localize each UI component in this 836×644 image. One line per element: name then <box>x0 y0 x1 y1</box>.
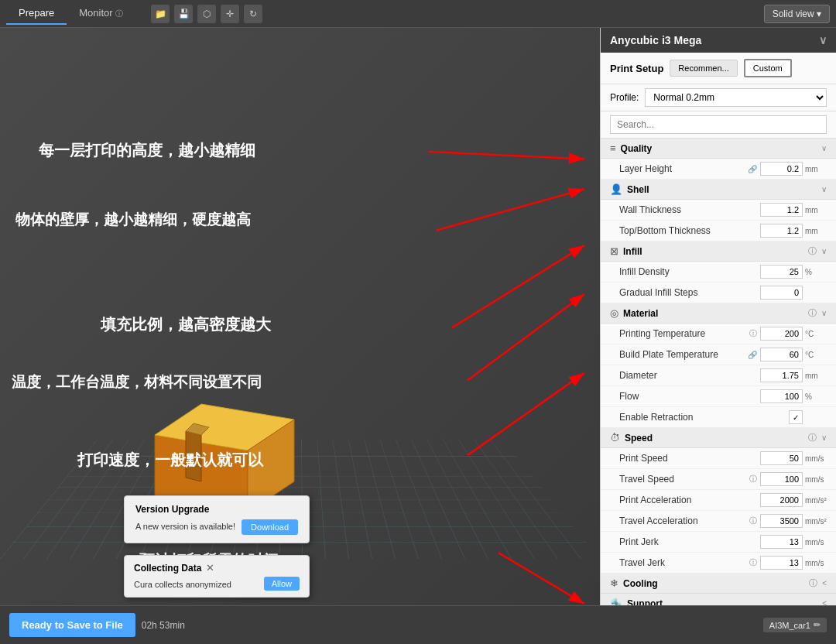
version-popup-subtitle: A new version is available! <box>135 522 235 531</box>
print-temp-input[interactable] <box>760 327 803 341</box>
flow-unit: % <box>805 392 827 401</box>
travel-accel-info[interactable]: ⓘ <box>749 516 757 526</box>
layer-height-unit: mm <box>805 165 827 173</box>
svg-line-9 <box>452 245 584 328</box>
print-accel-unit: mm/s² <box>805 496 827 505</box>
tab-prepare[interactable]: Prepare <box>6 2 67 25</box>
cooling-icon: ❄ <box>610 577 618 589</box>
custom-button[interactable]: Custom <box>744 59 792 77</box>
print-jerk-input[interactable] <box>760 535 803 549</box>
collect-close-button[interactable]: ✕ <box>206 562 214 574</box>
svg-line-7 <box>429 152 584 159</box>
speed-icon: ⏱ <box>610 432 620 444</box>
gradual-infill-input[interactable] <box>760 286 803 300</box>
printer-name: Anycubic i3 Mega <box>610 34 701 46</box>
setting-travel-accel: Travel Acceleration ⓘ mm/s² <box>601 511 836 532</box>
save-to-file-button[interactable]: Ready to Save to File <box>9 613 135 637</box>
panel-chevron[interactable]: ∨ <box>819 34 827 46</box>
infill-title: Infill <box>623 246 803 257</box>
right-panel: Anycubic i3 Mega ∨ Print Setup Recommen.… <box>600 28 836 605</box>
setting-gradual-infill: Gradual Infill Steps <box>601 283 836 303</box>
material-title: Material <box>623 308 803 319</box>
section-shell[interactable]: 👤 Shell ∨ <box>601 180 836 200</box>
download-button[interactable]: Download <box>242 519 298 535</box>
topbottom-unit: mm <box>805 227 827 235</box>
svg-line-8 <box>437 189 584 230</box>
topbottom-input[interactable] <box>760 224 803 238</box>
toolbar-icons: 📁 💾 ⬡ ✛ ↻ <box>151 5 262 23</box>
annotation-wall-thickness: 物体的壁厚，越小越精细，硬度越高 <box>15 210 251 230</box>
profile-select[interactable]: Normal 0.2mm <box>645 88 827 107</box>
travel-speed-input[interactable] <box>760 472 803 486</box>
section-quality[interactable]: ≡ Quality ∨ <box>601 139 836 159</box>
material-icon: ◎ <box>610 307 618 319</box>
setting-name: Enable Retraction <box>619 412 789 423</box>
annotation-speed: 打印速度，一般默认就可以 <box>77 450 263 471</box>
setting-name: Print Acceleration <box>619 495 760 505</box>
build-plate-temp-unit: °C <box>805 351 827 359</box>
section-material[interactable]: ◎ Material ⓘ ∨ <box>601 303 836 324</box>
section-support[interactable]: 🔩 Support < <box>601 594 836 605</box>
cooling-title: Cooling <box>623 578 804 589</box>
icon-move[interactable]: ✛ <box>221 5 239 23</box>
version-popup-title: Version Upgrade <box>135 504 298 515</box>
wall-thickness-input[interactable] <box>760 203 803 217</box>
infill-density-input[interactable] <box>760 265 803 279</box>
tab-monitor[interactable]: Monitor ⓘ <box>67 2 135 26</box>
icon-save[interactable]: 💾 <box>174 5 193 23</box>
speed-chevron: ∨ <box>821 433 827 442</box>
setting-name: Build Plate Temperature <box>619 349 748 360</box>
speed-title: Speed <box>625 433 803 444</box>
setting-print-jerk: Print Jerk mm/s <box>601 532 836 553</box>
setting-travel-jerk: Travel Jerk ⓘ mm/s <box>601 553 836 574</box>
build-plate-temp-input[interactable] <box>760 348 803 361</box>
setting-name: Infill Density <box>619 266 760 277</box>
travel-jerk-info[interactable]: ⓘ <box>749 557 757 568</box>
material-info[interactable]: ⓘ <box>808 307 817 319</box>
bottom-bar: Ready to Save to File 02h 53min AI3M_car… <box>0 605 836 644</box>
filename-edit-icon[interactable]: ✏ <box>814 620 821 630</box>
setting-wall-thickness: Wall Thickness mm <box>601 200 836 221</box>
layer-height-input[interactable] <box>760 162 803 176</box>
section-cooling[interactable]: ❄ Cooling ⓘ < <box>601 574 836 594</box>
travel-accel-input[interactable] <box>760 514 803 528</box>
setting-name: Travel Jerk <box>619 557 749 568</box>
setting-name: Travel Speed <box>619 474 749 485</box>
search-row <box>601 111 836 139</box>
support-icon: 🔩 <box>610 598 622 605</box>
print-time: 02h 53min <box>142 620 185 631</box>
setting-layer-height: Layer Height 🔗 mm <box>601 159 836 180</box>
viewport[interactable]: 每一层打印的高度，越小越精细 物体的壁厚，越小越精细，硬度越高 填充比例，越高密… <box>0 28 600 605</box>
setting-name: Travel Acceleration <box>619 516 749 526</box>
travel-jerk-input[interactable] <box>760 556 803 570</box>
collect-popup-title: Collecting Data <box>134 563 201 574</box>
lock-icon2: 🔗 <box>748 351 757 359</box>
print-speed-input[interactable] <box>760 451 803 465</box>
section-speed[interactable]: ⏱ Speed ⓘ ∨ <box>601 428 836 448</box>
setting-print-accel: Print Acceleration mm/s² <box>601 490 836 511</box>
flow-input[interactable] <box>760 389 803 403</box>
setting-name: Diameter <box>619 370 760 381</box>
panel-header: Anycubic i3 Mega ∨ <box>601 28 836 53</box>
support-title: Support <box>627 598 817 606</box>
recommend-button[interactable]: Recommen... <box>670 60 737 77</box>
icon-folder[interactable]: 📁 <box>151 5 170 23</box>
section-infill[interactable]: ⊠ Infill ⓘ ∨ <box>601 242 836 262</box>
infill-info[interactable]: ⓘ <box>808 245 817 257</box>
filename-text: AI3M_car1 <box>769 621 810 630</box>
collect-popup-text: Cura collects anonymized <box>134 580 231 589</box>
solid-view-dropdown[interactable]: Solid view ▾ <box>764 5 830 23</box>
travel-speed-info[interactable]: ⓘ <box>749 474 757 485</box>
print-accel-input[interactable] <box>760 493 803 507</box>
diameter-input[interactable] <box>760 368 803 382</box>
cooling-info[interactable]: ⓘ <box>809 577 817 589</box>
icon-rotate[interactable]: ↻ <box>244 5 262 23</box>
search-input[interactable] <box>610 115 827 134</box>
enable-retraction-checkbox[interactable]: ✓ <box>789 410 803 424</box>
print-temp-info[interactable]: ⓘ <box>749 328 757 339</box>
speed-info[interactable]: ⓘ <box>808 432 817 444</box>
profile-label: Profile: <box>610 92 639 103</box>
travel-speed-unit: mm/s <box>805 475 827 484</box>
allow-button[interactable]: Allow <box>264 577 300 591</box>
icon-3d[interactable]: ⬡ <box>197 5 216 23</box>
